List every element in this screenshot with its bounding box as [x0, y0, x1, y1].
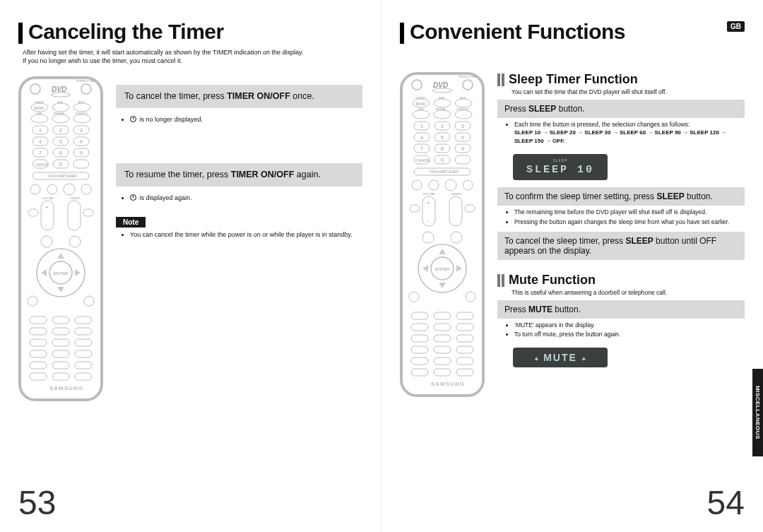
sleep-display: SLEEP SLEEP 10 — [513, 154, 608, 180]
sleep-step2-b1: The remaining time before the DVD player… — [514, 208, 742, 216]
sleep-b1: Each time the button is pressed, the sel… — [514, 121, 690, 128]
sleep-step-2: To confirm the sleep timer setting, pres… — [497, 187, 745, 206]
page-54: GB Convenient Functions Sleep Timer Func… — [382, 0, 763, 532]
page-53: Canceling the Timer After having set the… — [0, 0, 382, 532]
cancel-bullet-text: is no longer displayed. — [140, 116, 203, 123]
sleep-step-1-bullets: Each time the button is pressed, the sel… — [497, 121, 745, 151]
resume-bullet: is displayed again. — [116, 191, 362, 215]
display-label: SLEEP — [513, 158, 608, 162]
display-text: ✦ MUTE ✦ — [513, 352, 608, 363]
sleep-heading: Sleep Timer Function — [509, 72, 638, 87]
note-badge: Note — [116, 217, 146, 227]
intro-text: After having set the timer, it will star… — [23, 48, 333, 65]
language-badge: GB — [727, 21, 745, 32]
remote-illustration — [400, 72, 485, 397]
content-row: To cancel the timer, press TIMER ON/OFF … — [18, 72, 362, 401]
content-row: Sleep Timer Function You can set the tim… — [400, 68, 745, 397]
page-number: 53 — [18, 483, 56, 522]
mute-heading-row: Mute Function — [497, 273, 745, 288]
resume-bullet-text: is displayed again. — [140, 194, 192, 201]
mute-intro: This is useful when answering a doorbell… — [511, 289, 745, 296]
title-row: Canceling the Timer — [18, 20, 362, 44]
page-number: 54 — [707, 483, 745, 522]
page-title: Convenient Functions — [410, 20, 625, 44]
remote-illustration — [18, 76, 103, 401]
mute-heading: Mute Function — [509, 273, 596, 288]
clock-icon — [130, 116, 136, 122]
sleep-step-1: Press SLEEP button. — [497, 100, 745, 118]
mute-display: ✦ MUTE ✦ — [513, 348, 608, 367]
mute-bullets: ‘MUTE’ appears in the display. To turn o… — [497, 321, 745, 345]
cancel-timer-instruction: To cancel the timer, press TIMER ON/OFF … — [116, 85, 362, 108]
sub-accent-bars — [497, 274, 504, 287]
section-tab: MISCELLANEOUS — [752, 369, 763, 456]
manual-spread: Canceling the Timer After having set the… — [0, 0, 763, 532]
mute-b2: To turn off mute, press the button again… — [514, 331, 742, 338]
display-text: SLEEP 10 — [513, 164, 608, 176]
title-accent-bar — [400, 23, 404, 44]
sleep-step-3: To cancel the sleep timer, press SLEEP b… — [497, 232, 745, 260]
intro-line-1: After having set the timer, it will star… — [23, 49, 303, 56]
sleep-heading-row: Sleep Timer Function — [497, 72, 745, 87]
instruction-column: To cancel the timer, press TIMER ON/OFF … — [116, 72, 362, 252]
page-title: Canceling the Timer — [28, 20, 224, 44]
sleep-intro: You can set the time that the DVD player… — [511, 88, 745, 95]
sub-accent-bars — [497, 73, 504, 86]
title-accent-bar — [18, 23, 23, 44]
right-column: Sleep Timer Function You can set the tim… — [497, 68, 745, 374]
sleep-step-2-bullets: The remaining time before the DVD player… — [497, 208, 745, 232]
clock-icon — [130, 194, 136, 201]
intro-line-2: If you no longer wish to use the timer, … — [23, 57, 182, 64]
title-row: Convenient Functions — [400, 20, 745, 44]
mute-step-1: Press MUTE button. — [497, 300, 745, 319]
sleep-step2-b2: Pressing the button again changes the sl… — [514, 218, 742, 226]
resume-timer-instruction: To resume the timer, press TIMER ON/OFF … — [116, 163, 362, 187]
sleep-sequence: SLEEP 10 → SLEEP 20 → SLEEP 30 → SLEEP 6… — [514, 129, 726, 144]
cancel-bullet: is no longer displayed. — [116, 112, 362, 136]
note-bullet: You can cancel the timer while the power… — [116, 230, 362, 252]
mute-b1: ‘MUTE’ appears in the display. — [514, 321, 742, 329]
note-text: You can cancel the timer while the power… — [130, 230, 361, 239]
